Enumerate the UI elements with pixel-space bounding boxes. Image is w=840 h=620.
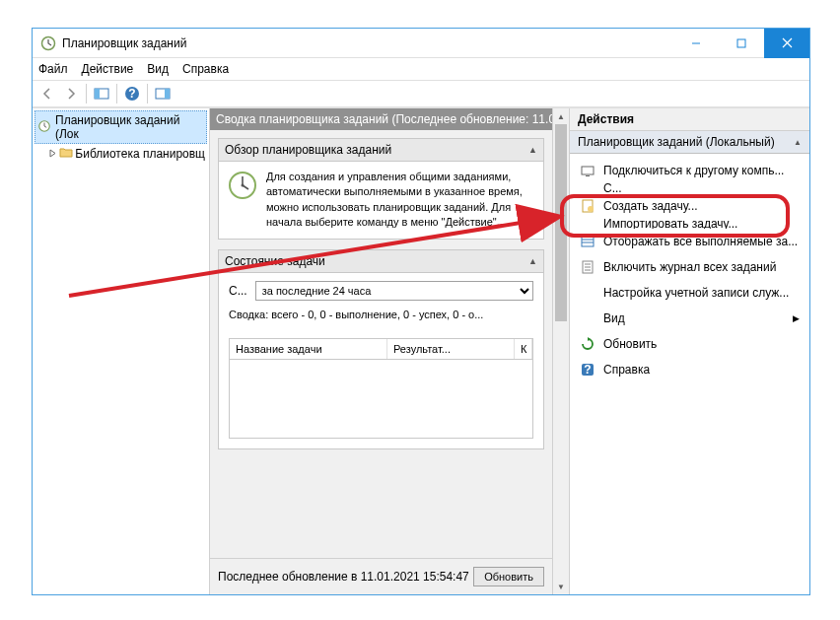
status-period-select[interactable]: за последние 24 часа: [255, 281, 533, 301]
summary-header: Сводка планировщика заданий (Последнее о…: [210, 108, 552, 130]
new-task-icon: [580, 198, 595, 214]
collapse-icon[interactable]: ▲: [528, 256, 537, 266]
svg-text:?: ?: [584, 363, 591, 377]
log-icon: [580, 259, 595, 275]
task-scheduler-window: Планировщик заданий Файл Действие Вид Сп…: [32, 28, 810, 595]
overview-desc: Для создания и управления общими задания…: [266, 170, 535, 231]
submenu-arrow-icon: ▶: [793, 313, 800, 323]
action-view[interactable]: Вид ▶: [570, 306, 809, 331]
content-area: Планировщик заданий (Лок Библиотека план…: [33, 107, 809, 594]
svg-rect-16: [582, 237, 594, 246]
actions-pane: Действия Планировщик заданий (Локальный)…: [569, 108, 809, 594]
actions-list: Подключиться к другому компь... С... Соз…: [570, 154, 809, 386]
actions-subheader[interactable]: Планировщик заданий (Локальный) ▲: [570, 131, 809, 154]
overview-title: Обзор планировщика заданий: [225, 143, 391, 157]
action-hidden-top[interactable]: С...: [570, 183, 809, 193]
collapse-icon[interactable]: ▲: [528, 145, 537, 155]
status-summary: Сводка: всего - 0, 0 - выполнение, 0 - у…: [219, 309, 543, 330]
vertical-scrollbar[interactable]: ▲ ▼: [552, 108, 569, 594]
action-connect[interactable]: Подключиться к другому компь...: [570, 158, 809, 183]
show-hide-action-button[interactable]: [152, 83, 174, 104]
clock-icon: [37, 119, 51, 136]
scroll-thumb[interactable]: [555, 124, 567, 321]
svg-rect-8: [165, 89, 170, 99]
actions-header: Действия: [570, 108, 809, 131]
task-table-body: [229, 360, 533, 439]
import-icon: [580, 219, 595, 229]
folder-icon: [580, 183, 595, 193]
action-enable-log[interactable]: Включить журнал всех заданий: [570, 254, 809, 280]
tree-child-label: Библиотека планировщ: [75, 147, 205, 161]
menu-file[interactable]: Файл: [38, 62, 68, 76]
menu-action[interactable]: Действие: [82, 62, 134, 76]
close-button[interactable]: [764, 29, 809, 58]
help-button[interactable]: ?: [121, 83, 143, 104]
action-show-running[interactable]: Отображать все выполняемые за...: [570, 229, 809, 254]
svg-rect-13: [586, 175, 590, 176]
tree-child[interactable]: Библиотека планировщ: [35, 144, 207, 163]
forward-button[interactable]: [60, 83, 82, 104]
status-label: С...: [229, 284, 247, 298]
col-result[interactable]: Результат...: [387, 339, 515, 359]
svg-text:?: ?: [128, 87, 135, 101]
action-import[interactable]: Импортировать задачу...: [570, 219, 809, 229]
collapse-up-icon[interactable]: ▲: [794, 138, 802, 147]
folder-icon: [59, 146, 73, 161]
menubar: Файл Действие Вид Справка: [33, 58, 809, 80]
menu-help[interactable]: Справка: [182, 62, 229, 76]
svg-point-11: [242, 184, 245, 187]
toolbar: ?: [33, 80, 809, 107]
clock-icon: [40, 35, 56, 51]
action-account-config[interactable]: Настройка учетной записи служ...: [570, 280, 809, 306]
svg-rect-4: [95, 89, 100, 99]
help-icon: ?: [580, 362, 595, 378]
task-table-header: Название задачи Результат... К: [229, 338, 533, 360]
view-icon: [580, 310, 595, 326]
tree-root-label: Планировщик заданий (Лок: [55, 113, 204, 141]
maximize-button[interactable]: [719, 29, 764, 58]
titlebar: Планировщик заданий: [33, 29, 809, 58]
svg-rect-12: [582, 167, 594, 174]
scroll-up-arrow[interactable]: ▲: [553, 108, 569, 124]
status-panel: Состояние задачи ▲ С... за последние 24 …: [218, 249, 544, 449]
action-create-task[interactable]: Создать задачу...: [570, 193, 809, 219]
svg-point-15: [588, 206, 594, 212]
expand-icon[interactable]: [48, 148, 57, 159]
action-help[interactable]: ? Справка: [570, 357, 809, 382]
showall-icon: [580, 234, 595, 249]
overview-panel: Обзор планировщика заданий ▲ Для создани…: [218, 138, 544, 240]
summary-footer: Последнее обновление в 11.01.2021 15:54:…: [210, 558, 552, 594]
last-update-text: Последнее обновление в 11.01.2021 15:54:…: [218, 570, 469, 584]
back-button[interactable]: [36, 83, 58, 104]
window-title: Планировщик заданий: [62, 36, 673, 50]
minimize-button[interactable]: [673, 29, 719, 58]
action-refresh[interactable]: Обновить: [570, 331, 809, 357]
status-title: Состояние задачи: [225, 254, 325, 268]
menu-view[interactable]: Вид: [147, 62, 169, 76]
account-icon: [580, 285, 595, 301]
col-name[interactable]: Название задачи: [230, 339, 387, 359]
clock-icon-large: [227, 170, 258, 231]
svg-rect-2: [737, 39, 745, 47]
tree-root[interactable]: Планировщик заданий (Лок: [35, 110, 207, 144]
summary-pane: Сводка планировщика заданий (Последнее о…: [210, 108, 569, 594]
refresh-icon: [580, 336, 595, 352]
scroll-down-arrow[interactable]: ▼: [553, 579, 569, 594]
connect-icon: [580, 163, 595, 178]
show-hide-tree-button[interactable]: [91, 83, 112, 104]
refresh-button[interactable]: Обновить: [473, 567, 544, 586]
tree-pane: Планировщик заданий (Лок Библиотека план…: [33, 108, 210, 594]
col-extra[interactable]: К: [515, 339, 532, 359]
